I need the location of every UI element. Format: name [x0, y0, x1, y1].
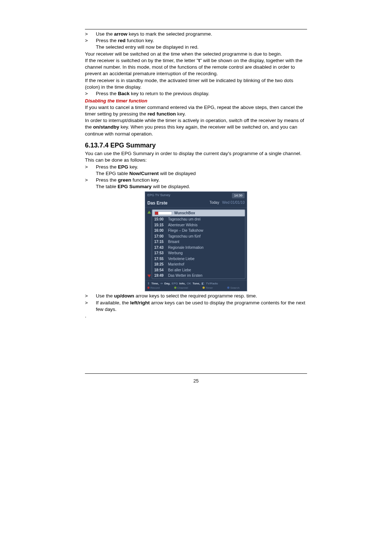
bullet-line: > Press the EPG key.	[85, 164, 307, 170]
body-text: .	[85, 313, 307, 319]
epg-programme: Das Wetter im Ersten	[168, 273, 203, 278]
text: keys to mark the selected programme.	[127, 31, 212, 37]
text: Use the	[96, 293, 114, 299]
text: key.	[128, 164, 138, 170]
bullet-marker: >	[85, 300, 96, 313]
body-text: If the receiver is in standby mode, the …	[85, 77, 307, 90]
text: Press the	[96, 164, 118, 170]
text: function key.	[131, 177, 160, 183]
epg-time: 18:54	[154, 268, 168, 273]
epg-row: 17:15Brisant	[152, 239, 245, 245]
text: Press the	[96, 38, 118, 43]
epg-time: 17:53	[154, 251, 168, 256]
bottom-rule	[85, 373, 307, 374]
epg-row: 17:55Verbotene Liebe	[152, 256, 245, 262]
epg-row-highlight: WunschBox	[152, 210, 245, 217]
arrow-down-icon	[147, 275, 151, 278]
epg-programme: Bei aller Liebe	[168, 268, 191, 273]
epg-title: EPG TV Survey	[147, 193, 170, 198]
text-bold: up/down	[114, 293, 134, 299]
page-number: 25	[85, 378, 307, 384]
epg-today-label: Today	[209, 200, 219, 206]
epg-programme: Regionale Information	[168, 245, 204, 250]
epg-row: 18:54Bei aller Liebe	[152, 267, 245, 273]
text-bold: green	[118, 177, 131, 183]
text-bold: arrow	[114, 31, 127, 37]
bullet-line: > If available, the left/right arrow key…	[85, 300, 307, 313]
epg-time: 16:00	[154, 228, 168, 233]
epg-time: 17:00	[154, 234, 168, 239]
body-text: If the receiver is switched on by the ti…	[85, 57, 307, 77]
epg-programme: Brisant	[168, 239, 179, 244]
epg-time: 17:55	[154, 256, 168, 262]
text: Press the	[96, 91, 118, 96]
bullet-marker: >	[85, 90, 96, 97]
text: Use the	[96, 31, 114, 37]
epg-programme: Abenteuer Wildnis	[168, 223, 197, 228]
epg-row: 18:25Marienhof	[152, 262, 245, 267]
progress-bar-icon	[155, 211, 172, 215]
bullet-marker: >	[85, 177, 96, 183]
bullet-line: > Use the arrow keys to mark the selecte…	[85, 31, 307, 37]
epg-programme: Tagesschau um drei	[168, 217, 201, 222]
text-bold: left/right	[130, 300, 150, 305]
epg-screenshot: EPG TV Survey 14:30 Das Erste Today Wed …	[145, 191, 247, 291]
epg-programme: Marienhof	[168, 262, 184, 267]
epg-time: 17:15	[154, 239, 168, 244]
epg-list: WunschBox 15:00Tagesschau um drei15:15Ab…	[152, 209, 245, 279]
section-heading: Disabling the timer function	[85, 98, 307, 104]
text-bold: Back	[118, 91, 130, 96]
epg-date: Wed 01/01/10	[222, 200, 245, 206]
epg-time: 19:49	[154, 273, 168, 278]
epg-footer: ⇕Time, ⇔Day, EPG Info, OK Tune, ◧TV/Radi…	[145, 280, 247, 291]
epg-row: 17:00Tagesschau um fünf	[152, 234, 245, 239]
bullet-marker: >	[85, 31, 96, 37]
text: If available, the	[96, 300, 130, 305]
epg-programme: Tagesschau um fünf	[168, 234, 201, 239]
epg-row: 16:00Fliege – Die Talkshow	[152, 228, 245, 234]
heading-epg-summary: 6.13.7.4 EPG Summary	[85, 141, 307, 150]
body-text: The table EPG Summary will be displayed.	[85, 183, 307, 190]
epg-programme: Werbung	[168, 251, 183, 256]
epg-channel: Das Erste	[147, 200, 167, 206]
epg-row: 17:53Werbung	[152, 250, 245, 256]
bullet-line: > Use the up/down arrow keys to select t…	[85, 293, 307, 299]
bullet-line: > Press the red function key.	[85, 37, 307, 44]
text: Press the	[96, 177, 118, 183]
epg-time: 15:15	[154, 223, 168, 228]
bullet-line: > Press the Back key to return to the pr…	[85, 90, 307, 97]
body-text: In order to interrupt/disable while the …	[85, 117, 307, 137]
text-bold: EPG	[118, 164, 128, 170]
epg-time: 18:25	[154, 262, 168, 267]
epg-clock: 14:30	[232, 193, 245, 198]
arrow-up-icon	[147, 211, 151, 214]
top-rule	[85, 29, 307, 29]
bullet-marker: >	[85, 293, 96, 299]
text: arrow keys to select the required progra…	[134, 293, 257, 299]
epg-row: 19:49Das Wetter im Ersten	[152, 273, 245, 279]
epg-programme: Verbotene Liebe	[168, 256, 195, 262]
body-text: The EPG table Now/Current will be displa…	[85, 170, 307, 177]
body-text: Your receiver will be switched on at the…	[85, 51, 307, 57]
epg-programme: WunschBox	[174, 211, 195, 216]
body-text: If you want to cancel a timer command en…	[85, 104, 307, 117]
epg-time: 17:43	[154, 245, 168, 250]
body-text: You can use the EPG Summary in order to …	[85, 150, 307, 163]
bullet-marker: >	[85, 37, 96, 44]
body-text: The selected entry will now be displayed…	[85, 44, 307, 50]
epg-programme: Fliege – Die Talkshow	[168, 228, 203, 233]
text: function key.	[126, 38, 154, 43]
bullet-line: > Press the green function key.	[85, 177, 307, 183]
text: key to return to the previous display.	[130, 91, 209, 96]
epg-row: 17:43Regionale Information	[152, 245, 245, 251]
text-bold: red	[118, 38, 126, 43]
epg-row: 15:15Abenteuer Wildnis	[152, 222, 245, 228]
epg-time: 15:00	[154, 217, 168, 222]
bullet-marker: >	[85, 164, 96, 170]
epg-row: 15:00Tagesschau um drei	[152, 216, 245, 222]
